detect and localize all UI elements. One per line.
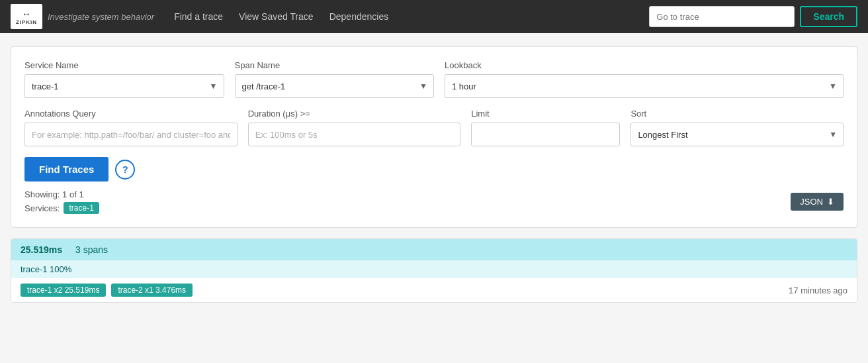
showing-text: Showing: 1 of 1 — [24, 189, 99, 199]
annotations-group: Annotations Query — [24, 109, 238, 146]
trace-footer: trace-1 x2 25.519ms trace-2 x1 3.476ms 1… — [11, 278, 857, 302]
trace-result: 25.519ms 3 spans trace-1 100% trace-1 x2… — [11, 238, 857, 303]
trace-tag-1[interactable]: trace-2 x1 3.476ms — [111, 284, 193, 297]
download-icon: ⬇ — [827, 197, 834, 207]
logo-text: ZIPKIN — [16, 19, 37, 25]
nav-find-trace[interactable]: Find a trace — [174, 11, 223, 22]
span-name-select[interactable]: get /trace-1 — [235, 74, 435, 98]
navbar-tagline: Investigate system behavior — [48, 12, 154, 22]
form-row-2: Annotations Query Duration (μs) >= Limit… — [24, 109, 844, 146]
search-panel: Service Name trace-1 ▼ Span Name get /tr… — [11, 46, 857, 228]
service-name-select-wrapper: trace-1 ▼ — [24, 74, 224, 98]
lookback-select[interactable]: 1 hour 2 hours 6 hours 12 hours 1 day 2 … — [445, 74, 844, 98]
logo-icon: ↔ — [22, 9, 31, 19]
annotations-label: Annotations Query — [24, 109, 238, 119]
service-name-select[interactable]: trace-1 — [24, 74, 224, 98]
trace-service-pct: trace-1 100% — [21, 264, 71, 274]
help-button[interactable]: ? — [115, 160, 135, 180]
results-info: Showing: 1 of 1 Services: trace-1 JSON ⬇ — [24, 189, 844, 214]
duration-input[interactable] — [248, 123, 461, 146]
services-label: Services: — [24, 203, 60, 213]
span-name-label: Span Name — [235, 60, 435, 70]
trace-service-row: trace-1 100% — [11, 260, 857, 278]
brand: ↔ ZIPKIN Investigate system behavior — [11, 4, 154, 29]
trace-duration: 25.519ms — [21, 244, 62, 255]
span-name-select-wrapper: get /trace-1 ▼ — [235, 74, 435, 98]
sort-group: Sort Longest First Shortest First Newest… — [630, 109, 844, 146]
service-name-label: Service Name — [24, 60, 224, 70]
zipkin-logo: ↔ ZIPKIN — [11, 4, 42, 29]
duration-label: Duration (μs) >= — [248, 109, 461, 119]
duration-group: Duration (μs) >= — [248, 109, 461, 146]
search-button[interactable]: Search — [800, 6, 857, 27]
limit-input[interactable]: 10 — [471, 123, 620, 146]
navbar-right: Search — [649, 6, 857, 27]
service-badge: trace-1 — [64, 202, 99, 214]
annotations-input[interactable] — [24, 123, 238, 146]
trace-spans: 3 spans — [75, 244, 108, 255]
action-row: Find Traces ? — [24, 157, 844, 182]
limit-label: Limit — [471, 109, 620, 119]
results-left: Showing: 1 of 1 Services: trace-1 — [24, 189, 99, 214]
nav-view-saved[interactable]: View Saved Trace — [239, 11, 314, 22]
find-traces-button[interactable]: Find Traces — [24, 157, 108, 182]
sort-select-wrapper: Longest First Shortest First Newest Firs… — [630, 123, 844, 146]
json-label: JSON — [800, 197, 823, 207]
lookback-select-wrapper: 1 hour 2 hours 6 hours 12 hours 1 day 2 … — [445, 74, 844, 98]
limit-group: Limit 10 — [471, 109, 620, 146]
lookback-label: Lookback — [445, 60, 844, 70]
sort-label: Sort — [630, 109, 844, 119]
trace-timestamp: 17 minutes ago — [789, 285, 847, 295]
lookback-group: Lookback 1 hour 2 hours 6 hours 12 hours… — [445, 60, 844, 98]
goto-input[interactable] — [649, 6, 795, 27]
main-content: Service Name trace-1 ▼ Span Name get /tr… — [0, 33, 868, 316]
form-row-1: Service Name trace-1 ▼ Span Name get /tr… — [24, 60, 844, 98]
trace-tags: trace-1 x2 25.519ms trace-2 x1 3.476ms — [21, 284, 193, 297]
span-name-group: Span Name get /trace-1 ▼ — [235, 60, 435, 98]
navbar-links: Find a trace View Saved Trace Dependenci… — [174, 11, 388, 22]
nav-dependencies[interactable]: Dependencies — [329, 11, 389, 22]
trace-tag-0[interactable]: trace-1 x2 25.519ms — [21, 284, 106, 297]
json-button[interactable]: JSON ⬇ — [791, 193, 844, 211]
trace-header[interactable]: 25.519ms 3 spans — [11, 239, 857, 260]
sort-select[interactable]: Longest First Shortest First Newest Firs… — [630, 123, 844, 146]
navbar: ↔ ZIPKIN Investigate system behavior Fin… — [0, 0, 868, 33]
service-name-group: Service Name trace-1 ▼ — [24, 60, 224, 98]
services-row: Services: trace-1 — [24, 202, 99, 214]
